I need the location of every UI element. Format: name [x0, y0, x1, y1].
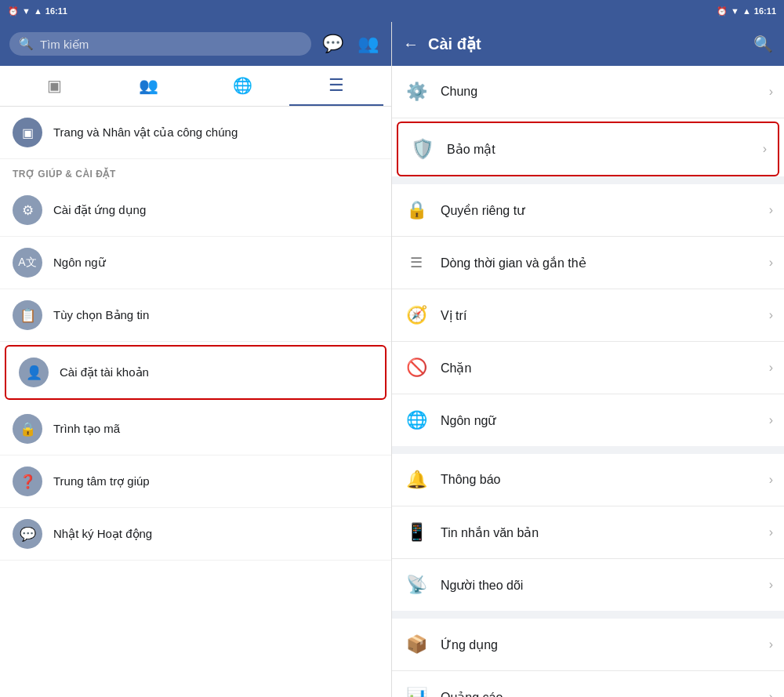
menu-item-activity[interactable]: 💬 Nhật ký Hoạt động: [0, 508, 391, 561]
status-icons-left: ⏰ ▼ ▲ 16:11: [8, 6, 67, 16]
app-settings-label: Cài đặt ứng dụng: [53, 203, 146, 217]
pages-icon: ▣: [13, 118, 42, 147]
chevron-ads: ›: [769, 690, 773, 697]
ad-icon: 📊: [403, 684, 430, 697]
status-icons-right: ⏰ ▼ ▲ 16:11: [717, 6, 776, 16]
sms-label: Tin nhắn văn bản: [441, 525, 758, 540]
time-left: 16:11: [45, 6, 67, 16]
globe-icon: 🌐: [233, 76, 252, 95]
menu-item-pages[interactable]: ▣ Trang và Nhân vật của công chúng: [0, 107, 391, 159]
settings-group-2: 🔒 Quyền riêng tư › ☰ Dòng thời gian và g…: [392, 184, 784, 446]
left-header: 🔍 💬 👥: [0, 22, 391, 66]
apps-label: Ứng dụng: [441, 637, 758, 652]
chevron-sms: ›: [769, 525, 773, 539]
quyen-rieng-tu-label: Quyền riêng tư: [441, 203, 758, 218]
account-settings-label: Cài đặt tài khoản: [60, 365, 149, 379]
gear-icon: ⚙️: [403, 78, 430, 105]
help-label: Trung tâm trợ giúp: [53, 474, 150, 488]
vi-tri-label: Vị trí: [441, 308, 758, 323]
account-settings-icon: 👤: [19, 358, 49, 387]
activity-label: Nhật ký Hoạt động: [53, 527, 152, 541]
tab-menu[interactable]: ☰: [289, 66, 383, 106]
pages-label: Trang và Nhân vật của công chúng: [53, 125, 238, 140]
menu-item-newsfeed[interactable]: 📋 Tùy chọn Bảng tin: [0, 289, 391, 342]
friend-requests-icon[interactable]: 👥: [354, 31, 382, 57]
left-menu: ▣ Trang và Nhân vật của công chúng TRỢ G…: [0, 107, 391, 697]
chevron-timeline: ›: [769, 256, 773, 270]
bao-mat-label: Bảo mật: [447, 142, 752, 157]
signal-icon: ▲: [34, 6, 42, 16]
newsfeed-icon: 📋: [13, 300, 42, 330]
settings-group-3: 🔔 Thông báo › 📱 Tin nhắn văn bản › 📡 Ngư…: [392, 454, 784, 611]
settings-item-chan[interactable]: 🚫 Chặn ›: [392, 342, 784, 394]
code-gen-icon: 🔒: [13, 414, 42, 444]
menu-item-account-settings[interactable]: 👤 Cài đặt tài khoản: [5, 345, 387, 400]
settings-item-vi-tri[interactable]: 🧭 Vị trí ›: [392, 289, 784, 342]
search-input[interactable]: [40, 38, 302, 51]
chevron-apps: ›: [769, 637, 773, 652]
settings-item-timeline[interactable]: ☰ Dòng thời gian và gắn thẻ ›: [392, 237, 784, 289]
alarm-icon: ⏰: [8, 6, 19, 16]
location-icon: 🧭: [403, 302, 430, 329]
chevron-language: ›: [769, 413, 773, 427]
status-bar-right: ⏰ ▼ ▲ 16:11: [392, 0, 784, 22]
tab-friends[interactable]: 👥: [102, 66, 196, 106]
settings-item-ngon-ngu[interactable]: 🌐 Ngôn ngữ ›: [392, 394, 784, 446]
settings-item-sms[interactable]: 📱 Tin nhắn văn bản ›: [392, 506, 784, 559]
followers-label: Người theo dõi: [441, 578, 758, 593]
settings-item-bao-mat[interactable]: 🛡️ Bảo mật ›: [397, 122, 779, 176]
language-icon: A文: [13, 248, 42, 278]
main-container: 🔍 💬 👥 ▣ 👥 🌐 ☰ ▣: [0, 22, 784, 697]
settings-item-thong-bao[interactable]: 🔔 Thông báo ›: [392, 454, 784, 506]
right-header: ← Cài đặt 🔍: [392, 22, 784, 66]
settings-item-chung[interactable]: ⚙️ Chung ›: [392, 66, 784, 118]
code-gen-label: Trình tạo mã: [53, 422, 120, 436]
settings-item-ads[interactable]: 📊 Quảng cáo ›: [392, 671, 784, 697]
wifi-icon: ▼: [22, 6, 31, 16]
signal-icon-right: ▲: [742, 6, 751, 16]
section-header-help: TRỢ GIÚP & CÀI ĐẶT: [0, 159, 391, 184]
app-settings-icon: ⚙: [13, 195, 42, 225]
menu-item-code-gen[interactable]: 🔒 Trình tạo mã: [0, 403, 391, 456]
messenger-icon[interactable]: 💬: [319, 31, 347, 57]
status-bar: ⏰ ▼ ▲ 16:11 ⏰ ▼ ▲ 16:11: [0, 0, 784, 22]
language-label: Ngôn ngữ: [53, 256, 106, 270]
settings-item-followers[interactable]: 📡 Người theo dõi ›: [392, 559, 784, 611]
back-button[interactable]: ←: [403, 35, 419, 53]
friends-icon: 👥: [139, 76, 158, 95]
news-icon: ▣: [47, 76, 62, 95]
shield-icon: 🛡️: [409, 136, 436, 162]
right-search-icon[interactable]: 🔍: [753, 34, 773, 53]
settings-item-quyen-rieng-tu[interactable]: 🔒 Quyền riêng tư ›: [392, 184, 784, 237]
help-icon: ❓: [13, 466, 42, 496]
app-icon: 📦: [403, 631, 430, 658]
sms-icon: 📱: [403, 519, 430, 546]
menu-item-app-settings[interactable]: ⚙ Cài đặt ứng dụng: [0, 184, 391, 237]
settings-item-apps[interactable]: 📦 Ứng dụng ›: [392, 619, 784, 671]
tab-news[interactable]: ▣: [8, 66, 102, 106]
tab-globe[interactable]: 🌐: [196, 66, 290, 106]
settings-list: ⚙️ Chung › 🛡️ Bảo mật › 🔒 Quyền riêng tư…: [392, 66, 784, 697]
chevron-privacy: ›: [769, 203, 773, 217]
menu-item-language[interactable]: A文 Ngôn ngữ: [0, 237, 391, 289]
right-panel: ← Cài đặt 🔍 ⚙️ Chung › 🛡️ Bảo mật ›: [392, 22, 784, 697]
chevron-block: ›: [769, 361, 773, 375]
search-bar[interactable]: 🔍: [9, 32, 311, 56]
chevron-bao-mat: ›: [763, 142, 767, 156]
activity-icon: 💬: [13, 519, 42, 549]
chung-label: Chung: [441, 85, 758, 99]
chevron-notifications: ›: [769, 473, 773, 487]
left-tabs: ▣ 👥 🌐 ☰: [0, 66, 391, 107]
ads-label: Quảng cáo: [441, 690, 758, 698]
time-right: 16:11: [754, 6, 776, 16]
chevron-location: ›: [769, 308, 773, 322]
menu-icon: ☰: [328, 75, 344, 96]
thong-bao-label: Thông báo: [441, 473, 758, 487]
globe-settings-icon: 🌐: [403, 407, 430, 434]
newsfeed-label: Tùy chọn Bảng tin: [53, 308, 149, 322]
lock-icon: 🔒: [403, 197, 430, 223]
left-panel: 🔍 💬 👥 ▣ 👥 🌐 ☰ ▣: [0, 22, 392, 697]
settings-title: Cài đặt: [428, 34, 744, 53]
menu-item-help[interactable]: ❓ Trung tâm trợ giúp: [0, 456, 391, 508]
settings-group-1: ⚙️ Chung › 🛡️ Bảo mật ›: [392, 66, 784, 176]
